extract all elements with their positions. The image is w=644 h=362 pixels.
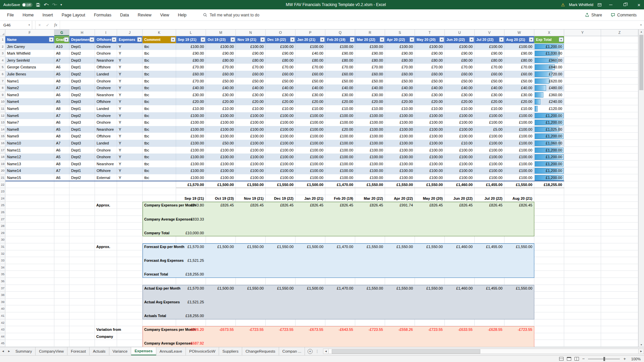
summary-value-company[interactable]: £826.45 — [504, 202, 534, 209]
cell-month-value[interactable]: £50.00 — [415, 78, 445, 85]
cell-month-value[interactable]: £100.00 — [504, 133, 534, 140]
cell-offshore[interactable]: Landed — [95, 71, 117, 78]
cell-grade[interactable]: A5 — [54, 98, 69, 105]
cell-month-value[interactable]: £30.00 — [296, 92, 325, 99]
column-header-K[interactable]: K — [143, 29, 176, 36]
summary-value-company[interactable]: £826.45 — [355, 202, 385, 209]
cell-grade[interactable]: A7 — [54, 57, 69, 64]
summary-value-variation[interactable]: -£723.55 — [236, 326, 266, 333]
cell-name[interactable]: Name4 — [5, 98, 54, 105]
cell-month-value[interactable]: £90.00 — [236, 50, 266, 57]
cell-grade[interactable]: A5 — [54, 154, 69, 161]
summary-value-variation[interactable]: -£643.55 — [325, 326, 355, 333]
search-box[interactable] — [203, 13, 287, 17]
row-header-7[interactable]: 7 — [0, 78, 5, 85]
cell-expenses[interactable]: Y — [117, 64, 143, 71]
totals-month-value[interactable]: £1,550.00 — [385, 181, 415, 188]
cell-month-value[interactable]: £100.00 — [296, 154, 325, 161]
cell-comment[interactable]: tbc — [143, 133, 176, 140]
cell-exp-total[interactable]: £1,060.00 — [534, 140, 564, 147]
cell-grade[interactable]: A8 — [54, 50, 69, 57]
cell-month-value[interactable]: £100.00 — [385, 174, 415, 181]
cell-department[interactable]: Dept2 — [69, 71, 95, 78]
cell-month-value[interactable]: £50.00 — [504, 78, 534, 85]
horizontal-scroll-thumb[interactable] — [332, 349, 480, 354]
filter-dropdown-icon[interactable]: ▼ — [171, 37, 175, 42]
cell-offshore[interactable]: Onshore — [95, 154, 117, 161]
cell-month-value[interactable]: £100.00 — [206, 43, 236, 50]
cell-month-value[interactable]: £10.00 — [296, 105, 325, 112]
cell-name[interactable]: Jim Carrey — [5, 43, 54, 50]
cell-month-value[interactable]: £50.00 — [445, 78, 475, 85]
cell-month-value[interactable]: £100.00 — [176, 147, 206, 154]
cell-month-value[interactable]: £90.00 — [504, 50, 534, 57]
insert-function-icon[interactable]: fx — [52, 21, 60, 29]
cell-month-value[interactable]: £60.00 — [355, 71, 385, 78]
totals-month-value[interactable]: £1,550.00 — [504, 181, 534, 188]
row-header-8[interactable]: 8 — [0, 84, 5, 92]
filter-dropdown-icon[interactable]: ▼ — [201, 37, 205, 42]
summary-month-header[interactable]: Aug 20 (21) — [504, 195, 534, 202]
cell-month-value[interactable]: £100.00 — [415, 43, 445, 50]
totals-month-value[interactable]: £1,570.00 — [176, 181, 206, 188]
cell-month-value[interactable]: £100.00 — [206, 167, 236, 174]
cell-grade[interactable]: A8 — [54, 161, 69, 168]
cell-department[interactable]: Dept2 — [69, 92, 95, 99]
cell-expenses[interactable]: Y — [117, 84, 143, 92]
summary-month-header[interactable]: Apr 20 (22) — [385, 195, 415, 202]
cell-month-value[interactable]: £80.00 — [266, 57, 296, 64]
cell-month-value[interactable]: £100.00 — [445, 112, 475, 119]
cell-month-value[interactable]: £50.00 — [236, 78, 266, 85]
zoom-level[interactable]: 100% — [629, 357, 641, 361]
cell-offshore[interactable]: External — [95, 174, 117, 181]
cell-month-value[interactable]: £100.00 — [206, 147, 236, 154]
cell-month-value[interactable]: £60.00 — [176, 71, 206, 78]
cell-grade[interactable]: A6 — [54, 174, 69, 181]
header-month[interactable]: Feb 20 (19)▼ — [325, 36, 355, 43]
cell-expenses[interactable]: Y — [117, 140, 143, 147]
summary-label-actuals[interactable]: Actual Exp per Month — [143, 285, 176, 292]
cell-month-value[interactable]: £100.00 — [355, 133, 385, 140]
cell-grade[interactable]: A10 — [54, 43, 69, 50]
header-name[interactable]: Name▼ — [5, 36, 54, 43]
sheet-tab-annualleave[interactable]: AnnualLeave — [156, 347, 186, 355]
cell-month-value[interactable]: £100.00 — [266, 119, 296, 126]
summary-value-actuals[interactable]: £1,550.00 — [266, 285, 296, 292]
summary-value-company[interactable]: £826.45 — [206, 202, 236, 209]
row-header-39[interactable]: 39 — [0, 299, 5, 306]
save-icon[interactable] — [36, 3, 40, 7]
cell-month-value[interactable]: £80.00 — [415, 57, 445, 64]
sheet-tab-compan[interactable]: Compan ... — [279, 347, 305, 355]
cell-comment[interactable]: tbc — [143, 92, 176, 99]
summary-value-company[interactable]: £826.45 — [266, 202, 296, 209]
cell-grade[interactable]: A6 — [54, 92, 69, 99]
totals-month-value[interactable]: £1,550.00 — [236, 181, 266, 188]
cell-month-value[interactable]: £100.00 — [236, 140, 266, 147]
cell-month-value[interactable]: £100.00 — [504, 140, 534, 147]
cell-month-value[interactable]: £30.00 — [236, 92, 266, 99]
cell-month-value[interactable]: £40.00 — [176, 84, 206, 92]
cell-month-value[interactable]: £60.00 — [296, 71, 325, 78]
row-header-45[interactable]: 45 — [0, 340, 5, 347]
cell-month-value[interactable]: £100.00 — [296, 133, 325, 140]
cell-month-value[interactable]: £70.00 — [236, 64, 266, 71]
cell-month-value[interactable]: £100.00 — [325, 133, 355, 140]
row-header-43[interactable]: 43 — [0, 326, 5, 333]
summary-value-variation[interactable]: -£633.55 — [445, 326, 475, 333]
cell-month-value[interactable]: £100.00 — [415, 167, 445, 174]
summary-value-forecast[interactable]: £1,521.25 — [176, 257, 206, 264]
filter-dropdown-icon[interactable]: ▼ — [320, 37, 325, 42]
summary-value-company[interactable]: £826.45 — [415, 202, 445, 209]
cell-month-value[interactable]: £100.00 — [176, 119, 206, 126]
cell-offshore[interactable]: Onshore — [95, 43, 117, 50]
cell-month-value[interactable]: £100.00 — [385, 112, 415, 119]
cell-month-value[interactable]: £60.00 — [415, 71, 445, 78]
summary-value-company[interactable]: £826.45 — [445, 202, 475, 209]
filter-dropdown-icon[interactable]: ▼ — [290, 37, 295, 42]
ribbon-tab-data[interactable]: Data — [116, 9, 133, 21]
cell-month-value[interactable]: £60.00 — [475, 71, 504, 78]
summary-month-header[interactable]: Jul 20 (22) — [475, 195, 504, 202]
cell-exp-total[interactable]: £1,200.00 — [534, 161, 564, 168]
cell-month-value[interactable]: £80.00 — [176, 57, 206, 64]
enter-icon[interactable]: ✓ — [44, 21, 52, 29]
